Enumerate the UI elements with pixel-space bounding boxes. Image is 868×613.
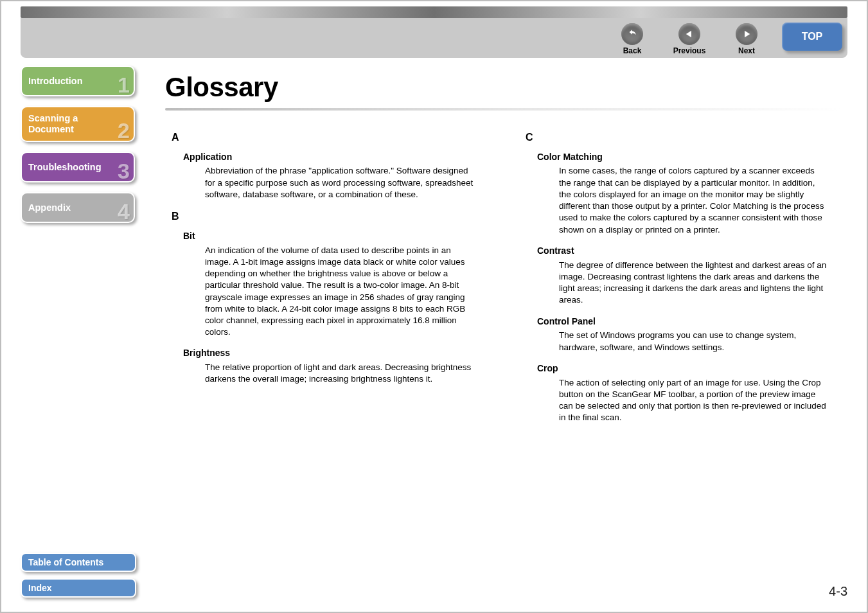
term-title: Bit	[183, 230, 487, 242]
sidebar-item-label: Scanning a Document	[28, 113, 93, 134]
sidebar-item-label: Appendix	[28, 202, 71, 213]
section-letter: C	[526, 130, 841, 145]
page-frame: Back Previous Next TOP Introduction 1 Sc…	[0, 0, 868, 613]
sidebar-item-appendix[interactable]: Appendix 4	[21, 192, 135, 223]
section-letter: A	[172, 130, 487, 145]
page-number: 4-3	[829, 584, 847, 599]
next-icon	[736, 23, 757, 45]
term-definition: Abbreviation of the phrase "application …	[205, 165, 475, 200]
term-title: Brightness	[183, 347, 487, 359]
previous-button[interactable]: Previous	[675, 23, 704, 55]
main-content: Glossary A Application Abbreviation of t…	[165, 72, 841, 573]
term-title: Color Matching	[537, 151, 841, 163]
section-letter: B	[172, 209, 487, 224]
sidebar-item-number: 2	[118, 118, 130, 143]
table-of-contents-button[interactable]: Table of Contents	[21, 553, 136, 572]
back-icon	[621, 23, 643, 45]
term-title: Control Panel	[537, 315, 841, 328]
top-button[interactable]: TOP	[782, 22, 842, 51]
top-label: TOP	[802, 31, 823, 42]
term-definition: The degree of difference between the lig…	[559, 260, 829, 306]
term-definition: The relative proportion of light and dar…	[205, 362, 475, 385]
sidebar-item-number: 3	[118, 159, 130, 184]
toc-label: Table of Contents	[28, 557, 103, 567]
next-button[interactable]: Next	[732, 23, 761, 55]
header-nav-group: Back Previous Next	[618, 23, 761, 55]
term-title: Contrast	[537, 245, 841, 257]
previous-icon	[678, 23, 700, 45]
glossary-col-right: C Color Matching In some cases, the rang…	[519, 127, 841, 433]
term-title: Crop	[537, 362, 841, 375]
page-title: Glossary	[165, 72, 841, 103]
term-definition: In some cases, the range of colors captu…	[559, 165, 829, 235]
sidebar-item-troubleshooting[interactable]: Troubleshooting 3	[21, 152, 135, 182]
term-definition: The set of Windows programs you can use …	[559, 330, 829, 353]
title-rule	[165, 108, 841, 111]
sidebar-item-number: 1	[118, 73, 130, 98]
glossary-columns: A Application Abbreviation of the phrase…	[165, 127, 841, 433]
header-decor-strip	[21, 6, 847, 18]
sidebar: Introduction 1 Scanning a Document 2 Tro…	[21, 66, 135, 223]
term-definition: The action of selecting only part of an …	[559, 377, 829, 424]
sidebar-item-number: 4	[118, 199, 130, 224]
term-definition: An indication of the volume of data used…	[205, 245, 475, 339]
previous-label: Previous	[673, 46, 706, 55]
glossary-col-left: A Application Abbreviation of the phrase…	[165, 127, 487, 433]
sidebar-item-label: Troubleshooting	[28, 162, 102, 173]
sidebar-item-introduction[interactable]: Introduction 1	[21, 66, 135, 96]
index-button[interactable]: Index	[21, 578, 136, 598]
bottom-nav: Table of Contents Index	[21, 553, 136, 598]
sidebar-item-label: Introduction	[28, 76, 83, 87]
sidebar-item-scanning[interactable]: Scanning a Document 2	[21, 106, 135, 142]
term-title: Application	[183, 151, 487, 163]
index-label: Index	[28, 583, 52, 593]
back-button[interactable]: Back	[618, 23, 646, 55]
back-label: Back	[623, 46, 642, 55]
next-label: Next	[738, 46, 755, 55]
